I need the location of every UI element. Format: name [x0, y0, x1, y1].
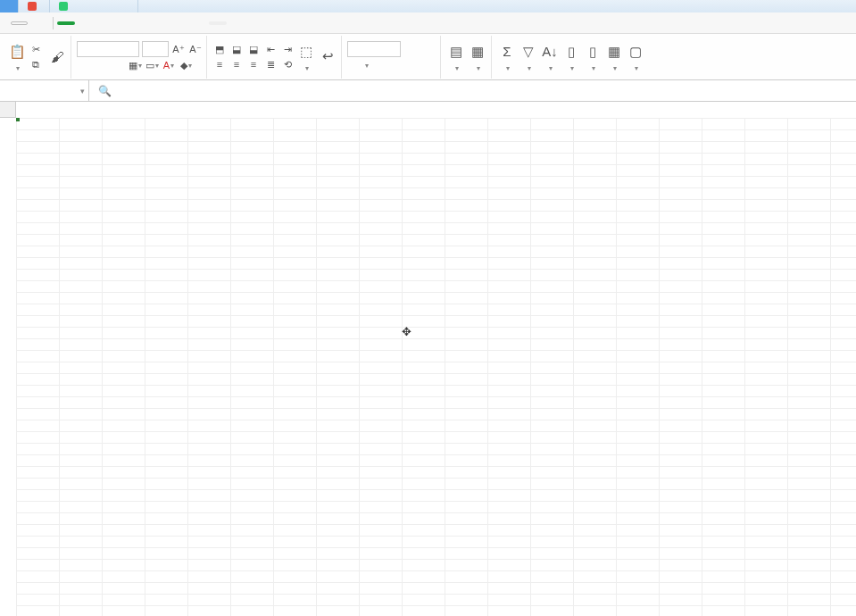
spreadsheet-grid[interactable]: ✥	[0, 102, 856, 616]
increase-font-icon[interactable]: A⁺	[171, 42, 186, 56]
inc-decimal-button[interactable]	[405, 58, 420, 72]
menu-insert[interactable]	[77, 21, 91, 25]
filter-icon: ▽	[519, 42, 538, 62]
filter-button[interactable]: ▽▾	[519, 42, 538, 72]
table-style-icon: ▦	[468, 42, 487, 62]
spreadsheet-icon	[59, 2, 68, 11]
selection-range	[16, 118, 20, 121]
ribbon-align: ⬒ ⬓ ⬓ ⇤ ⇥ ≡ ≡ ≡ ≣ ⟲ ⬚ ▾ ↩	[209, 36, 342, 79]
name-box[interactable]: ▾	[0, 80, 89, 101]
italic-button[interactable]	[94, 58, 108, 72]
table-style-button[interactable]: ▦▾	[468, 42, 487, 72]
rowcol-button[interactable]: ▦▾	[604, 42, 624, 72]
format-painter-button[interactable]: 🖌	[47, 46, 67, 67]
menu-file[interactable]	[11, 21, 28, 25]
cond-format-button[interactable]: ▤▾	[446, 42, 466, 72]
separator	[53, 17, 54, 29]
worksheet-icon: ▢	[626, 42, 645, 62]
sum-button[interactable]: Σ▾	[497, 42, 517, 72]
currency-button[interactable]	[347, 58, 362, 72]
grid-lines	[16, 118, 856, 616]
comma-button[interactable]	[388, 58, 403, 72]
fill-icon: ▯	[583, 42, 603, 62]
cursor-icon: ✥	[402, 325, 411, 338]
select-all-corner[interactable]	[0, 102, 16, 118]
align-center-icon[interactable]: ≡	[229, 57, 244, 71]
justify-icon[interactable]: ≣	[263, 57, 278, 71]
number-format-select[interactable]	[347, 41, 401, 57]
ribbon-clipboard: 📋 ▾ ✂ ⧉ 🖌	[4, 36, 71, 79]
sum-icon: Σ	[497, 42, 517, 62]
decrease-font-icon[interactable]: A⁻	[188, 42, 203, 56]
paste-button[interactable]: 📋 ▾	[7, 42, 27, 72]
rowcol-icon: ▦	[604, 42, 624, 62]
cond-format-icon: ▤	[446, 42, 466, 62]
format-painter-icon: 🖌	[47, 46, 67, 66]
menu-special[interactable]	[189, 21, 204, 25]
font-color-button[interactable]: A▾	[162, 58, 176, 72]
menu-bar	[0, 12, 856, 34]
tab-daoke[interactable]	[19, 0, 50, 12]
align-top-icon[interactable]: ⬒	[212, 42, 227, 56]
copy-icon: ⧉	[29, 57, 43, 71]
ribbon-font: A⁺ A⁻ ▦▾ ▭▾ A▾ ◆▾	[73, 36, 207, 79]
copy-button[interactable]: ⧉	[29, 57, 46, 71]
cut-icon: ✂	[29, 42, 43, 56]
percent-button[interactable]	[371, 58, 386, 72]
wrap-icon: ↩	[318, 46, 337, 66]
font-name-select[interactable]	[77, 41, 139, 57]
menu-start[interactable]	[57, 21, 75, 25]
orientation-icon[interactable]: ⟲	[280, 57, 295, 71]
highlight-button[interactable]: ◆▾	[179, 58, 193, 72]
menu-data[interactable]	[125, 21, 139, 25]
formula-bar: ▾ 🔍	[0, 80, 856, 102]
menu-devtools[interactable]	[173, 21, 187, 25]
column-headers	[0, 102, 16, 118]
indent-inc-icon[interactable]: ⇥	[280, 42, 295, 56]
ribbon-styles: ▤▾ ▦▾	[443, 36, 492, 79]
fill-button[interactable]: ▯▾	[583, 42, 603, 72]
menu-view[interactable]	[157, 21, 171, 25]
menu-formula[interactable]	[109, 21, 123, 25]
border-button[interactable]: ▦▾	[128, 58, 142, 72]
tab-workbook[interactable]	[50, 0, 138, 12]
menu-review[interactable]	[141, 21, 155, 25]
underline-button[interactable]	[111, 58, 125, 72]
sort-button[interactable]: A↓▾	[540, 42, 560, 72]
cancel-icon[interactable]: 🔍	[98, 85, 112, 97]
worksheet-button[interactable]: ▢▾	[626, 42, 645, 72]
title-bar	[0, 0, 856, 12]
align-middle-icon[interactable]: ⬓	[229, 42, 244, 56]
search-box[interactable]	[209, 21, 227, 25]
ribbon-editing: Σ▾ ▽▾ A↓▾ ▯▾ ▯▾ ▦▾ ▢▾	[494, 36, 649, 79]
formula-input[interactable]	[126, 80, 856, 101]
align-bottom-icon[interactable]: ⬓	[246, 42, 261, 56]
font-size-select[interactable]	[142, 41, 169, 57]
bold-button[interactable]	[77, 58, 91, 72]
format-icon: ▯	[561, 42, 581, 62]
cells-area[interactable]: ✥	[16, 118, 856, 616]
align-left-icon[interactable]: ≡	[212, 57, 227, 71]
merge-center-button[interactable]: ⬚ ▾	[296, 42, 316, 72]
sort-icon: A↓	[540, 42, 560, 62]
ribbon-number: ▾	[344, 36, 441, 79]
format-button[interactable]: ▯▾	[561, 42, 581, 72]
tab-home[interactable]	[0, 0, 19, 12]
new-tab-button[interactable]	[138, 0, 156, 12]
align-right-icon[interactable]: ≡	[246, 57, 261, 71]
wrap-text-button[interactable]: ↩	[318, 46, 337, 67]
paste-icon: 📋	[7, 42, 27, 62]
dec-decimal-button[interactable]	[422, 58, 436, 72]
fill-color-button[interactable]: ▭▾	[145, 58, 159, 72]
indent-dec-icon[interactable]: ⇤	[263, 42, 278, 56]
cut-button[interactable]: ✂	[29, 42, 46, 56]
daoke-icon	[28, 2, 37, 11]
menu-pagelayout[interactable]	[93, 21, 107, 25]
merge-icon: ⬚	[296, 42, 316, 62]
ribbon: 📋 ▾ ✂ ⧉ 🖌 A⁺ A⁻ ▦▾ ▭▾ A▾	[0, 34, 856, 80]
